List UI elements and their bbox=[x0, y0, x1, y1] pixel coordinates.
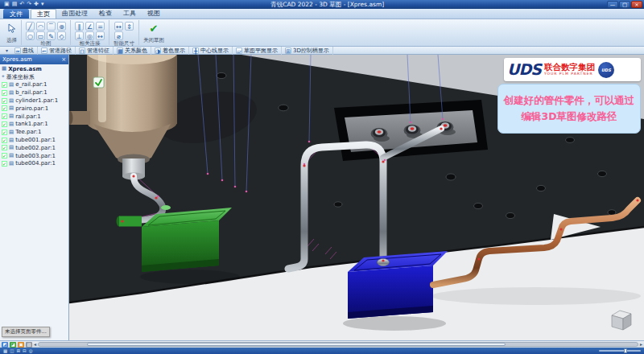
visibility-checkbox[interactable]: ✓ bbox=[2, 130, 7, 135]
relation-tool-icon[interactable]: ∠ bbox=[85, 22, 94, 31]
command-icon: ▱ bbox=[236, 47, 242, 54]
close-button[interactable]: × bbox=[631, 1, 642, 8]
scroll-left-icon[interactable]: ◂ bbox=[34, 341, 36, 348]
zoom-slider[interactable] bbox=[599, 350, 641, 352]
scrollbar-thumb[interactable] bbox=[87, 343, 506, 346]
chevron-down-icon[interactable]: ▾ bbox=[3, 47, 10, 53]
draw-tool-icon[interactable]: ╱ bbox=[26, 22, 35, 31]
ribbon-tab[interactable]: 曲面处理 bbox=[56, 9, 93, 19]
ribbon-tab[interactable]: 工具 bbox=[118, 9, 142, 19]
minimize-button[interactable]: — bbox=[607, 1, 618, 8]
visibility-checkbox[interactable]: ✓ bbox=[2, 145, 7, 150]
tree-part-node[interactable]: ✓ ▤ cylinder1.par:1 bbox=[2, 97, 68, 105]
visibility-checkbox[interactable]: ✓ bbox=[2, 153, 7, 158]
window-title: 青锐CAD 2022 - 3D 草图 - [Xpres.asm] bbox=[47, 1, 607, 9]
ribbon-tab[interactable]: 主页 bbox=[31, 9, 56, 19]
floor-shadow bbox=[431, 287, 641, 305]
tree-part-node[interactable]: ✓ ▤ tube001.par:1 bbox=[2, 136, 68, 144]
part-icon: ▤ bbox=[9, 82, 14, 88]
ribbon-tab[interactable]: 视图 bbox=[142, 9, 166, 19]
draw-tool-icon[interactable]: ◠ bbox=[36, 22, 45, 31]
pathfinder-tab[interactable]: Xpres.asm × bbox=[0, 55, 68, 64]
status-filter-icon[interactable]: ◪ bbox=[10, 342, 16, 348]
tree-part-node[interactable]: ✓ ▤ b_rail.par:1 bbox=[2, 88, 68, 97]
maximize-button[interactable]: ▢ bbox=[619, 1, 630, 8]
relation-tool-icon[interactable]: = bbox=[96, 22, 105, 31]
ribbon-tab[interactable]: 检查 bbox=[93, 9, 118, 19]
status-icon[interactable]: ◫ bbox=[10, 348, 14, 354]
command-label: 3D控制柄显示 bbox=[293, 47, 329, 55]
status-icon[interactable]: ◎ bbox=[29, 348, 33, 354]
status-icon[interactable]: ▦ bbox=[3, 348, 7, 354]
visibility-checkbox[interactable]: ✓ bbox=[2, 90, 7, 96]
tab-file[interactable]: 文件 bbox=[3, 9, 29, 19]
tree-part-node[interactable]: ✓ ▤ prairo.par:1 bbox=[2, 105, 68, 113]
draw-tool-icon[interactable]: ⊕ bbox=[57, 22, 66, 31]
command-bar-item[interactable]: ≈ 曲线 bbox=[11, 47, 38, 55]
tree-node-label: tube001.par:1 bbox=[15, 137, 56, 143]
relation-tool-icon[interactable]: ↔ bbox=[96, 31, 105, 40]
part-icon: ▤ bbox=[9, 130, 14, 135]
command-icon: ⊞ bbox=[285, 47, 291, 54]
visibility-checkbox[interactable]: ✓ bbox=[2, 113, 7, 119]
tree-node-label: tube004.par:1 bbox=[15, 160, 56, 167]
status-filter-icon[interactable]: ▣ bbox=[18, 342, 24, 348]
status-icon[interactable]: ⊟ bbox=[23, 348, 27, 354]
scroll-right-icon[interactable]: ▸ bbox=[640, 341, 642, 348]
status-filter-icons: ◩◪▣▨ bbox=[2, 342, 32, 348]
draw-tool-icon[interactable]: ○ bbox=[26, 31, 35, 40]
visibility-checkbox[interactable]: ✓ bbox=[2, 138, 7, 143]
visibility-checkbox[interactable]: ✓ bbox=[2, 82, 7, 88]
tree-root-node[interactable]: ▦ Xpres.asm bbox=[2, 65, 68, 73]
annotation-line: 编辑3D草图修改路径 bbox=[521, 110, 617, 124]
command-bar-item[interactable]: ⊞ 3D控制柄显示 bbox=[282, 47, 333, 55]
part-icon: ▤ bbox=[9, 105, 14, 111]
tree-part-node[interactable]: ✓ ▤ e_rail.par:1 bbox=[2, 81, 68, 89]
blue-box-part[interactable] bbox=[343, 251, 448, 331]
relation-tool-icon[interactable]: ◎ bbox=[85, 31, 94, 40]
command-bar-item[interactable]: ╂ 中心线显示 bbox=[189, 47, 233, 55]
command-icon: ╂ bbox=[192, 47, 199, 54]
zoom-knob[interactable] bbox=[624, 348, 627, 353]
relation-tool-icon[interactable]: ∥ bbox=[75, 22, 84, 31]
draw-tool-icon[interactable]: ▭ bbox=[36, 31, 45, 40]
quick-access-icon[interactable]: ↷ bbox=[27, 2, 31, 7]
command-bar-item[interactable]: ◑ 着色显示 bbox=[151, 47, 189, 55]
tree-part-node[interactable]: ✓ ▤ rail.par:1 bbox=[2, 113, 68, 121]
quick-access-icon[interactable]: ✚ bbox=[34, 2, 39, 7]
view-cube-widget[interactable] bbox=[612, 311, 631, 330]
tree-part-node[interactable]: ✓ ▤ tank1.par:1 bbox=[2, 121, 68, 129]
command-label: 草图平面显示 bbox=[244, 47, 278, 55]
status-filter-icon[interactable]: ◩ bbox=[2, 342, 8, 348]
status-icon[interactable]: ⊞ bbox=[16, 348, 20, 354]
visibility-checkbox[interactable]: ✓ bbox=[2, 105, 7, 111]
visibility-checkbox[interactable]: ✓ bbox=[2, 98, 7, 104]
accept-check-button[interactable] bbox=[93, 77, 104, 88]
dimension-tool-icon[interactable]: ↔ bbox=[114, 22, 123, 31]
quick-access-icon[interactable]: ▾ bbox=[41, 2, 44, 7]
tree-part-node[interactable]: ✓ ▤ tube002.par:1 bbox=[2, 144, 68, 152]
tree-part-node[interactable]: ✓ ▤ Tee.par:1 bbox=[2, 128, 68, 136]
status-filter-icon[interactable]: ▨ bbox=[26, 342, 32, 348]
visibility-checkbox[interactable]: ✓ bbox=[2, 121, 7, 127]
dimension-tool-icon[interactable]: ⇕ bbox=[125, 22, 134, 31]
tree-part-node[interactable]: ✓ ▤ tube004.par:1 bbox=[2, 160, 68, 168]
horizontal-scrollbar[interactable] bbox=[38, 342, 638, 347]
command-label: 管道路径 bbox=[49, 47, 72, 55]
close-sketch-button[interactable]: ✔ bbox=[150, 20, 159, 37]
quick-access-icon[interactable]: ▣ bbox=[4, 2, 10, 7]
smart-dimension-label[interactable]: 智能尺寸 bbox=[114, 40, 134, 48]
visibility-checkbox[interactable]: ✓ bbox=[2, 161, 7, 167]
dimension-tool-icon[interactable]: ⌀ bbox=[114, 31, 123, 40]
tree-part-node[interactable]: ✓ ▤ tube003.par:1 bbox=[2, 152, 68, 160]
select-button[interactable] bbox=[7, 20, 17, 37]
quick-access-icon[interactable]: ↶ bbox=[19, 2, 24, 7]
tree-coordinate-node[interactable]: ⌖ 基准坐标系 bbox=[2, 73, 68, 81]
draw-tool-icon[interactable]: ◇ bbox=[57, 31, 66, 40]
draw-tool-icon[interactable]: ✎ bbox=[47, 31, 56, 40]
relation-tool-icon[interactable]: ⊥ bbox=[75, 31, 84, 40]
close-icon[interactable]: × bbox=[61, 56, 66, 63]
quick-access-icon[interactable]: ▤ bbox=[12, 2, 18, 7]
draw-tool-icon[interactable]: ⌒ bbox=[47, 22, 56, 31]
command-bar-item[interactable]: ▱ 草图平面显示 bbox=[233, 47, 282, 55]
